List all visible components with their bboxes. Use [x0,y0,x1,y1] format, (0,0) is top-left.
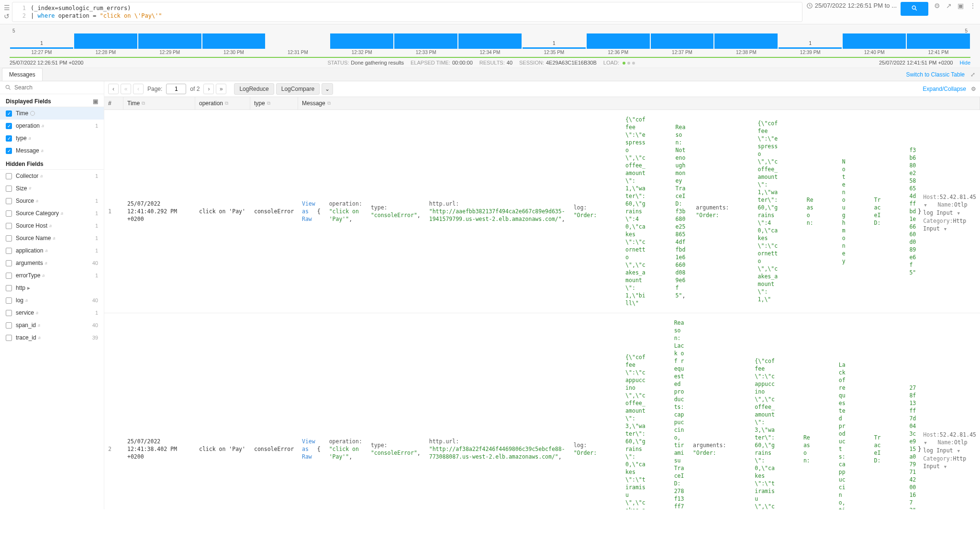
histogram-bar[interactable] [202,33,266,49]
copy-icon[interactable]: ⧉ [142,100,145,106]
field-row-service[interactable]: service a1 [0,307,104,319]
histogram-bar[interactable] [907,33,970,49]
field-row-source[interactable]: Source a1 [0,195,104,207]
chevron-down-icon[interactable]: ▼ [944,227,947,231]
histogram-bar[interactable] [587,33,650,49]
field-row-type[interactable]: ✓type a [0,132,104,144]
field-row-source-name[interactable]: Source Name a1 [0,232,104,244]
field-search-input[interactable] [14,84,99,91]
logreduce-button[interactable]: LogReduce [234,83,274,95]
query-editor[interactable]: 1(_index=sumologic_rum_errors) 2| where … [12,2,802,22]
logcompare-dd[interactable]: ⌄ [322,83,333,95]
type-icon: a [45,261,50,265]
logcompare-button[interactable]: LogCompare [276,83,320,95]
field-row-application[interactable]: application a1 [0,244,104,257]
last-btn[interactable]: » [216,84,226,94]
search-icon [5,84,11,91]
copy-icon[interactable]: ⧉ [225,100,228,106]
chevron-down-icon[interactable]: ▼ [944,464,947,469]
chevron-down-icon[interactable]: ▼ [957,449,959,453]
type-icon: a [38,323,43,328]
switch-classic-link[interactable]: Switch to Classic Table [906,71,965,78]
time-range-label: 25/07/2022 12:26:51 PM to ... [815,2,897,9]
save-icon[interactable]: ▣ [958,2,964,10]
histogram-bar[interactable]: 1 [523,47,586,49]
histogram-bar[interactable] [458,33,522,49]
results-gear-icon[interactable]: ⚙ [971,86,976,92]
field-row-trace_id[interactable]: trace_id a39 [0,331,104,344]
share-icon[interactable]: ↗ [946,2,952,10]
time-range-picker[interactable]: 25/07/2022 12:26:51 PM to ... [806,2,897,9]
history-icon[interactable]: ↺ [4,12,10,20]
field-row-collector[interactable]: Collector a1 [0,170,104,182]
histogram-bar[interactable] [330,33,393,49]
chevron-down-icon[interactable]: ▼ [924,440,926,445]
field-row-span_id[interactable]: span_id a40 [0,319,104,331]
field-row-errortype[interactable]: errorType a1 [0,269,104,282]
kebab-icon[interactable]: ⋮ [969,2,976,10]
histogram-bar[interactable] [714,33,778,49]
histogram-bar[interactable] [394,33,457,49]
field-checkbox[interactable] [6,235,12,242]
field-checkbox[interactable] [6,297,12,304]
first-btn[interactable]: « [121,84,131,94]
view-raw-link[interactable]: View as Raw [302,438,315,460]
field-checkbox[interactable] [6,260,12,266]
histogram-bar[interactable] [651,33,714,49]
copy-icon[interactable]: ⧉ [267,100,270,106]
field-row-log[interactable]: log a40 [0,294,104,307]
histogram-bar[interactable]: 1 [10,47,73,49]
histogram[interactable]: 111 [10,33,970,49]
prev-btn[interactable]: ‹ [108,84,119,94]
type-icon: a [38,335,43,340]
expand-icon[interactable]: ⤢ [970,71,975,78]
view-raw-link[interactable]: View as Raw [302,200,315,222]
histogram-bar[interactable] [843,33,906,49]
field-checkbox[interactable]: ✓ [6,148,12,154]
field-checkbox[interactable] [6,223,12,229]
field-checkbox[interactable] [6,335,12,341]
prev-page-btn[interactable]: ‹ [133,84,144,94]
copy-icon[interactable]: ⧉ [327,100,331,106]
field-checkbox[interactable]: ✓ [6,135,12,142]
type-icon: a [41,148,46,153]
field-checkbox[interactable]: ✓ [6,110,12,117]
page-input[interactable] [166,84,186,94]
histogram-bar[interactable]: 1 [779,47,842,49]
col-index[interactable]: # [104,97,123,110]
field-checkbox[interactable] [6,322,12,329]
col-operation[interactable]: operation⧉ [195,97,250,110]
chevron-down-icon[interactable]: ▼ [924,203,926,208]
field-checkbox[interactable] [6,273,12,279]
field-checkbox[interactable] [6,285,12,291]
col-time[interactable]: Time⧉ [123,97,195,110]
save-fields-icon[interactable]: ▣ [93,98,98,105]
hide-histogram-link[interactable]: Hide [959,60,970,66]
field-checkbox[interactable] [6,198,12,204]
menu-icon[interactable]: ☰ [4,4,10,11]
chevron-down-icon[interactable]: ▼ [957,211,959,216]
next-page-btn[interactable]: › [203,84,214,94]
field-row-message[interactable]: ✓Message a [0,144,104,157]
expand-collapse-link[interactable]: Expand/Collapse [923,86,966,92]
tab-messages[interactable]: Messages [2,68,43,81]
field-row-source-host[interactable]: Source Host a1 [0,220,104,232]
gear-icon[interactable]: ⚙ [934,2,940,10]
field-row-size[interactable]: Size # [0,182,104,195]
search-button[interactable] [901,2,928,16]
field-checkbox[interactable]: ✓ [6,123,12,129]
col-message[interactable]: Message⧉ [298,97,980,110]
field-checkbox[interactable] [6,310,12,316]
field-checkbox[interactable] [6,210,12,217]
field-row-operation[interactable]: ✓operation a1 [0,120,104,132]
field-row-http[interactable]: http ▸ [0,282,104,294]
field-checkbox[interactable] [6,248,12,254]
col-type[interactable]: type⧉ [250,97,298,110]
field-checkbox[interactable] [6,173,12,179]
field-checkbox[interactable] [6,186,12,192]
field-row-arguments[interactable]: arguments a40 [0,257,104,269]
histogram-bar[interactable] [138,33,201,49]
field-row-source-category[interactable]: Source Category a1 [0,207,104,220]
field-row-time[interactable]: ✓Time [0,107,104,120]
histogram-bar[interactable] [74,33,137,49]
